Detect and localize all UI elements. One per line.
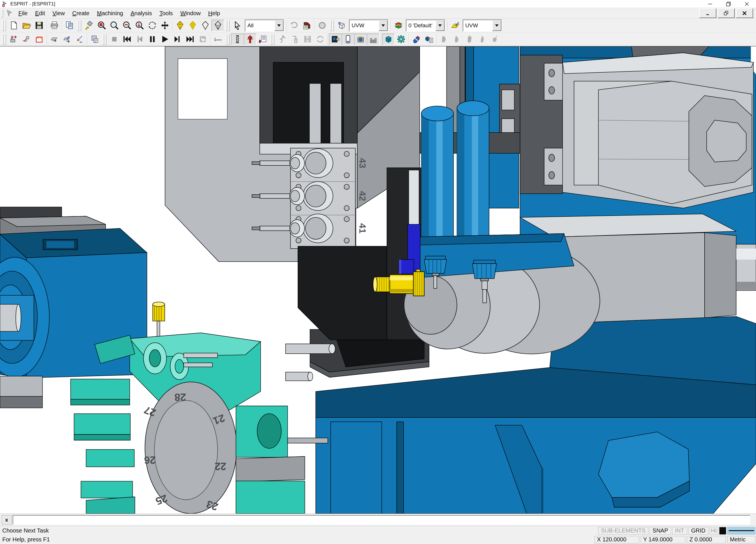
mdi-minimize-icon[interactable]: [699, 8, 716, 18]
workplane-drop-button[interactable]: [492, 20, 501, 31]
command-input[interactable]: [13, 515, 750, 525]
menu-tools[interactable]: Tools: [156, 9, 177, 17]
copy-icon[interactable]: [63, 20, 76, 31]
solid-cube-icon[interactable]: [382, 34, 395, 45]
color-swatch[interactable]: [719, 527, 726, 535]
viewport-3d[interactable]: 28 27 21 26 22 25 23: [0, 46, 756, 514]
to-start-icon[interactable]: [121, 34, 133, 45]
mask-properties-icon[interactable]: [301, 20, 313, 31]
camera-view-icon[interactable]: [354, 34, 367, 45]
view-orientation-icon[interactable]: [335, 20, 348, 31]
fixture-view-icon[interactable]: [367, 34, 379, 45]
layers-icon[interactable]: [392, 20, 405, 31]
line-style-preview[interactable]: [727, 527, 755, 535]
wireframe-icon[interactable]: [199, 20, 212, 31]
menu-help[interactable]: Help: [204, 9, 224, 17]
stop-tracking-icon[interactable]: [316, 20, 328, 31]
view-dropdown[interactable]: UVW: [349, 20, 388, 32]
machine-base-blue[interactable]: [316, 367, 756, 514]
tool-data-icon[interactable]: [256, 34, 269, 45]
setup-1-icon[interactable]: [48, 34, 61, 45]
restore-icon[interactable]: [719, 0, 738, 8]
hidden-line-icon[interactable]: [212, 20, 224, 31]
units-indicator[interactable]: Metric: [727, 536, 755, 543]
selection-filter-drop-button[interactable]: [274, 20, 284, 31]
view-drop-button[interactable]: [379, 20, 388, 31]
toggle-hi[interactable]: HI: [710, 527, 718, 535]
close-icon[interactable]: [738, 0, 756, 8]
coolant-cylinder-1[interactable]: [421, 106, 453, 251]
probe-op-icon[interactable]: [20, 34, 33, 45]
work-plane-icon[interactable]: [449, 20, 462, 31]
menu-grip[interactable]: [1, 9, 3, 17]
rotate-view-icon[interactable]: [146, 20, 158, 31]
save-icon[interactable]: [33, 20, 45, 31]
rebuild-icon[interactable]: [314, 34, 326, 45]
command-close-icon[interactable]: x: [2, 515, 11, 524]
arrow-d-icon[interactable]: [476, 34, 488, 45]
technology-icon[interactable]: [88, 34, 101, 45]
arrow-a-icon[interactable]: [438, 34, 450, 45]
shade-facets-icon[interactable]: [174, 20, 186, 31]
arrow-b-icon[interactable]: [450, 34, 463, 45]
redraw-icon[interactable]: [83, 20, 95, 31]
turret-disc[interactable]: [145, 382, 237, 514]
layer-dropdown[interactable]: 0 'Default': [406, 20, 445, 32]
toggle-int[interactable]: INT: [672, 527, 687, 535]
setup-3-icon[interactable]: [73, 34, 86, 45]
pause-icon[interactable]: [146, 34, 158, 45]
zoom-previous-icon[interactable]: [133, 20, 146, 31]
mdi-restore-icon[interactable]: [718, 8, 735, 18]
holder-view-icon[interactable]: [342, 34, 354, 45]
undo-icon[interactable]: [288, 20, 301, 31]
zoom-window-icon[interactable]: [95, 20, 108, 31]
transfer-icon[interactable]: [288, 34, 301, 45]
play-icon[interactable]: [158, 34, 171, 45]
stock-icon[interactable]: [33, 34, 45, 45]
menu-analysis[interactable]: Analysis: [127, 9, 156, 17]
minimize-icon[interactable]: [701, 0, 719, 8]
to-end-icon[interactable]: [184, 34, 196, 45]
tool-post-icon[interactable]: [212, 34, 224, 45]
menu-view[interactable]: View: [49, 9, 69, 17]
loop-icon[interactable]: [196, 34, 209, 45]
pan-icon[interactable]: [158, 20, 171, 31]
menu-machining[interactable]: Machining: [93, 9, 127, 17]
step-forward-icon[interactable]: [171, 34, 184, 45]
counter-spindle-block[interactable]: [520, 53, 753, 208]
coolant-cylinder-2[interactable]: [457, 101, 489, 252]
lathe-tool-icon[interactable]: [244, 34, 256, 45]
menu-window[interactable]: Window: [177, 9, 204, 17]
step-back-icon[interactable]: [133, 34, 146, 45]
zoom-out-icon[interactable]: [121, 20, 133, 31]
menu-edit[interactable]: Edit: [31, 9, 49, 17]
machine-sim-icon[interactable]: [329, 34, 342, 45]
menu-file[interactable]: File: [15, 9, 31, 17]
save-nc-icon[interactable]: [301, 34, 314, 45]
mdi-close-icon[interactable]: [736, 8, 753, 18]
selection-filter-dropdown[interactable]: All: [245, 20, 284, 32]
workplane-dropdown[interactable]: UVW: [463, 20, 502, 32]
stop-sim-icon[interactable]: [108, 34, 121, 45]
turning-op-icon[interactable]: [7, 34, 20, 45]
menu-create[interactable]: Create: [69, 9, 93, 17]
turret-teal[interactable]: 28 27 21 26 22 25 23: [71, 333, 328, 514]
setup-2-icon[interactable]: [61, 34, 73, 45]
toggle-grid[interactable]: GRID: [688, 527, 708, 535]
print-icon[interactable]: [48, 20, 61, 31]
layer-drop-button[interactable]: [435, 20, 445, 31]
toggle-sub-elements[interactable]: SUB-ELEMENTS: [598, 527, 649, 535]
arrow-c-icon[interactable]: [463, 34, 476, 45]
erase-icon[interactable]: [410, 34, 422, 45]
select-cursor-icon[interactable]: [231, 20, 244, 31]
run-icon[interactable]: [276, 34, 288, 45]
arrow-e-icon[interactable]: [488, 34, 501, 45]
new-document-icon[interactable]: [7, 20, 20, 31]
stock-doc-icon[interactable]: [422, 34, 435, 45]
toggle-snap[interactable]: SNAP: [650, 527, 671, 535]
mesh-gear-icon[interactable]: [395, 34, 407, 45]
drill-tool-icon[interactable]: [231, 34, 244, 45]
open-folder-icon[interactable]: [20, 20, 33, 31]
zoom-icon[interactable]: [108, 20, 121, 31]
shade-solid-icon[interactable]: [186, 20, 199, 31]
